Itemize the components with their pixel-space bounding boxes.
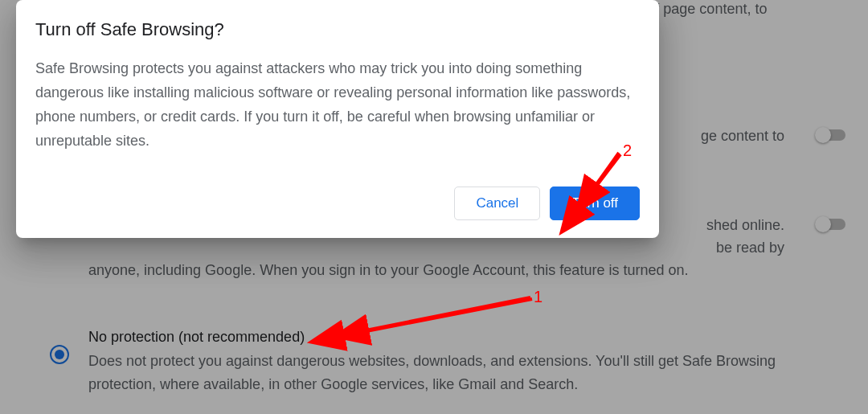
dialog-title: Turn off Safe Browsing? xyxy=(35,19,640,40)
dialog-actions: Cancel Turn off xyxy=(35,187,640,220)
dialog-body-text: Safe Browsing protects you against attac… xyxy=(35,56,640,153)
confirm-dialog: Turn off Safe Browsing? Safe Browsing pr… xyxy=(16,0,659,238)
turn-off-button[interactable]: Turn off xyxy=(550,187,640,220)
cancel-button[interactable]: Cancel xyxy=(454,187,540,220)
